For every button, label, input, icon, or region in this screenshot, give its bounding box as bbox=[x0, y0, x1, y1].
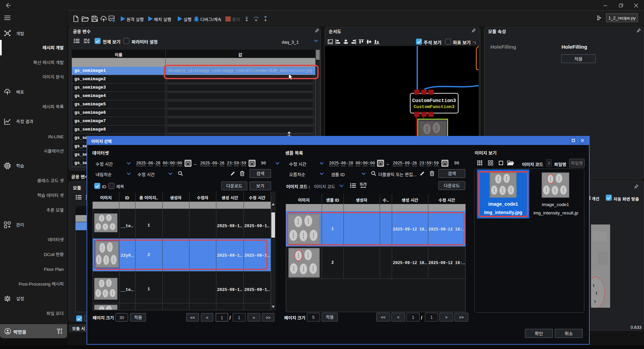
svg-text:CustomFunction3: CustomFunction3 bbox=[412, 98, 456, 103]
svg-text:CustomFunction3: CustomFunction3 bbox=[414, 104, 454, 109]
